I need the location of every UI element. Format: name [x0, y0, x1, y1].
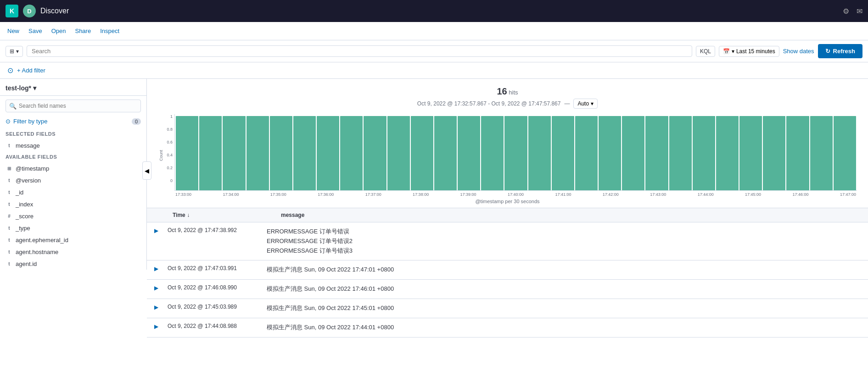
separator: — — [564, 100, 570, 107]
chart-bar[interactable] — [693, 116, 715, 190]
show-dates-button[interactable]: Show dates — [783, 48, 814, 55]
auto-select-button[interactable]: Auto ▾ — [573, 99, 598, 109]
row-time: Oct 9, 2022 @ 17:47:03.991 — [168, 265, 259, 271]
row-expand-button[interactable]: ▶ — [154, 304, 158, 310]
kibana-logo: K — [6, 5, 18, 17]
chart-bar[interactable] — [669, 116, 692, 190]
table-row[interactable]: ▶ Oct 9, 2022 @ 17:45:03.989 模拟生产消息 Sun,… — [147, 299, 868, 318]
search-type-button[interactable]: ⊞ ▾ — [6, 46, 23, 57]
available-field-item[interactable]: t_id — [0, 186, 146, 198]
col-message-header: message — [281, 212, 861, 218]
row-expand-button[interactable]: ▶ — [154, 285, 158, 291]
field-type-icon: t — [6, 177, 13, 184]
row-expand-button[interactable]: ▶ — [154, 323, 158, 330]
chart-bar[interactable] — [481, 116, 504, 190]
time-picker-button[interactable]: 📅 ▾ Last 15 minutes — [719, 46, 779, 57]
x-tick-label: 17:42:00 — [603, 192, 619, 197]
x-tick-label: 17:38:00 — [413, 192, 429, 197]
chart-bar[interactable] — [504, 116, 527, 190]
row-expand-button[interactable]: ▶ — [154, 227, 158, 234]
open-button[interactable]: Open — [51, 28, 66, 34]
sidebar-collapse-button[interactable]: ◀ — [142, 161, 151, 180]
available-field-item[interactable]: ⊞@timestamp — [0, 162, 146, 174]
chart-bar[interactable] — [223, 116, 245, 190]
page-title: Discover — [40, 7, 838, 15]
chart-bar[interactable] — [622, 116, 644, 190]
chart-bar[interactable] — [411, 116, 433, 190]
table-row[interactable]: ▶ Oct 9, 2022 @ 17:47:38.992 ERRORMESSAG… — [147, 222, 868, 260]
filter-by-type-button[interactable]: ⊙ Filter by type — [6, 118, 47, 125]
field-type-icon: t — [6, 200, 13, 208]
inspect-button[interactable]: Inspect — [100, 28, 119, 34]
chart-bar[interactable] — [246, 116, 269, 190]
chart-bar[interactable] — [458, 116, 480, 190]
chart-bar[interactable] — [528, 116, 551, 190]
mail-icon[interactable]: ✉ — [857, 7, 862, 16]
selected-field-item[interactable]: tmessage — [0, 139, 146, 151]
available-field-item[interactable]: tagent.ephemeral_id — [0, 234, 146, 246]
chart-area: 16 hits Oct 9, 2022 @ 17:32:57.867 - Oct… — [147, 79, 868, 208]
new-button[interactable]: New — [7, 28, 19, 34]
field-name: _id — [16, 189, 23, 196]
available-fields-label: Available fields — [0, 151, 146, 162]
x-tick-label: 17:37:00 — [365, 192, 381, 197]
x-tick-label: 17:47:00 — [840, 192, 856, 197]
row-time: Oct 9, 2022 @ 17:46:08.990 — [168, 284, 259, 291]
chart-bar[interactable] — [552, 116, 574, 190]
chart-bar[interactable] — [786, 116, 809, 190]
field-type-icon: t — [6, 188, 13, 196]
field-name: _type — [16, 225, 30, 232]
save-button[interactable]: Save — [28, 28, 42, 34]
chart-bar[interactable] — [340, 116, 363, 190]
available-field-item[interactable]: t_index — [0, 198, 146, 210]
refresh-button[interactable]: ↻ Refresh — [818, 44, 862, 58]
available-field-item[interactable]: tagent.id — [0, 258, 146, 270]
chart-bar[interactable] — [716, 116, 739, 190]
chart-bar[interactable] — [176, 116, 198, 190]
chart-bar[interactable] — [739, 116, 762, 190]
table-row[interactable]: ▶ Oct 9, 2022 @ 17:44:08.988 模拟生产消息 Sun,… — [147, 318, 868, 338]
kql-button[interactable]: KQL — [696, 46, 715, 57]
available-field-item[interactable]: tagent.hostname — [0, 246, 146, 258]
available-field-item[interactable]: t@version — [0, 174, 146, 186]
add-filter-button[interactable]: + Add filter — [17, 67, 45, 74]
share-button[interactable]: Share — [75, 28, 91, 34]
chart-bar[interactable] — [599, 116, 621, 190]
search-input[interactable] — [32, 48, 687, 55]
table-row[interactable]: ▶ Oct 9, 2022 @ 17:47:03.991 模拟生产消息 Sun,… — [147, 260, 868, 280]
index-pattern-chevron: ▾ — [33, 84, 36, 92]
hits-count: 16 — [497, 86, 507, 96]
chart-bar[interactable] — [387, 116, 410, 190]
chart-bar[interactable] — [270, 116, 292, 190]
filter-icon[interactable]: ⊙ — [7, 66, 13, 75]
y-axis-label: Count — [159, 150, 163, 161]
chart-bar[interactable] — [763, 116, 785, 190]
chart-bar[interactable] — [293, 116, 316, 190]
search-input-wrap — [27, 45, 692, 57]
chart-bar[interactable] — [199, 116, 222, 190]
search-fields-input[interactable] — [6, 100, 141, 112]
available-field-item[interactable]: #_score — [0, 210, 146, 222]
available-field-item[interactable]: t_type — [0, 222, 146, 234]
search-type-chevron: ▾ — [16, 48, 19, 55]
selected-fields-label: Selected fields — [0, 128, 146, 139]
index-pattern-button[interactable]: test-log* ▾ — [6, 84, 36, 92]
chart-bar[interactable] — [645, 116, 668, 190]
row-expand-button[interactable]: ▶ — [154, 266, 158, 272]
row-message: ERRORMESSAGE 订单号错误ERRORMESSAGE 订单号错误2ERR… — [267, 227, 861, 255]
field-type-icon: t — [6, 236, 13, 244]
chart-container: 1 0.8 0.6 0.4 0.2 0 Count 17:33:0017:34:… — [158, 114, 857, 197]
settings-icon[interactable]: ⚙ — [843, 7, 849, 16]
chart-bar[interactable] — [317, 116, 339, 190]
chart-bar[interactable] — [575, 116, 598, 190]
table-row[interactable]: ▶ Oct 9, 2022 @ 17:46:08.990 模拟生产消息 Sun,… — [147, 280, 868, 299]
chart-bar[interactable] — [834, 116, 856, 190]
sidebar-header: test-log* ▾ — [0, 79, 146, 96]
index-pattern-name: test-log* — [6, 84, 31, 92]
filter-by-type-label: Filter by type — [13, 118, 47, 125]
x-tick-label: 17:40:00 — [508, 192, 524, 197]
chart-bar[interactable] — [434, 116, 457, 190]
chart-bar[interactable] — [810, 116, 833, 190]
date-range: Oct 9, 2022 @ 17:32:57.867 - Oct 9, 2022… — [417, 100, 561, 107]
chart-bar[interactable] — [364, 116, 386, 190]
